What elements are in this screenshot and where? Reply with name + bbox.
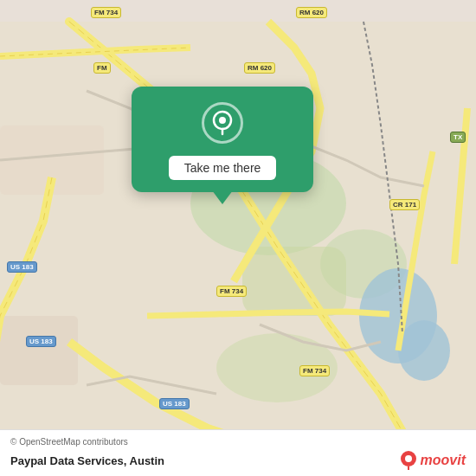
location-icon-circle xyxy=(202,102,243,144)
location-name: Paypal Data Services, Austin xyxy=(10,454,164,467)
svg-point-5 xyxy=(398,320,450,381)
svg-rect-8 xyxy=(0,316,78,385)
take-me-there-button[interactable]: Take me there xyxy=(169,156,277,180)
map-container: FM 734 RM 620 FM RM 620 US 183 CR 171 FM… xyxy=(0,0,476,476)
svg-rect-3 xyxy=(242,247,346,316)
road-label-fm734-bot: FM 734 xyxy=(299,365,330,376)
svg-point-12 xyxy=(405,455,412,462)
moovit-pin-icon xyxy=(400,450,417,471)
road-label-rm620-mid: RM 620 xyxy=(244,62,275,74)
road-label-fm-left: FM xyxy=(93,62,111,74)
location-popup: Take me there xyxy=(132,87,313,192)
map-background xyxy=(0,0,476,476)
road-label-us183-2: US 183 xyxy=(26,336,56,347)
moovit-logo: moovit xyxy=(400,450,466,471)
road-label-rm620-top: RM 620 xyxy=(296,7,327,18)
road-label-tx: TX xyxy=(450,132,466,143)
road-label-us183-1: US 183 xyxy=(7,261,37,273)
road-label-us183-3: US 183 xyxy=(159,398,190,409)
moovit-logo-text: moovit xyxy=(421,453,466,468)
road-label-fm734-top: FM 734 xyxy=(91,7,121,18)
attribution-text: © OpenStreetMap contributors xyxy=(10,437,466,447)
svg-point-10 xyxy=(219,117,226,124)
road-label-cr171: CR 171 xyxy=(389,199,420,210)
location-pin-icon xyxy=(211,110,234,136)
bottom-bar: © OpenStreetMap contributors Paypal Data… xyxy=(0,429,476,476)
road-label-fm734-mid: FM 734 xyxy=(216,286,247,297)
